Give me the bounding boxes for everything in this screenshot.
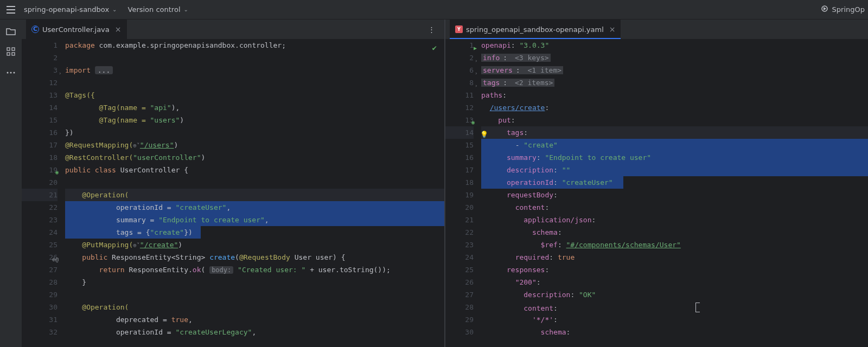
svg-rect-4 bbox=[7, 48, 10, 50]
run-config-name: SpringOp bbox=[832, 5, 865, 14]
svg-point-8 bbox=[7, 72, 9, 74]
svg-rect-7 bbox=[12, 53, 15, 55]
vcs-label: Version control bbox=[128, 5, 181, 14]
main-menu-icon[interactable] bbox=[3, 6, 18, 14]
tab-overflow-menu[interactable]: ⋮ bbox=[424, 25, 440, 34]
gutter-left: 1 2 3› 12 13 14 15 16 17 18 19◉ 20 21 22… bbox=[22, 39, 65, 347]
code-editor-right[interactable]: 1▶ 2› 6› 8› 11 12 13◉ 14 15 16 17 18 19 … bbox=[445, 39, 868, 347]
tab-openapi-yaml[interactable]: Y spring_openapi_sandbox-openapi.yaml × bbox=[450, 20, 621, 39]
fold-icon[interactable]: › bbox=[475, 80, 477, 92]
more-tool-icon[interactable] bbox=[7, 67, 15, 75]
code-editor-left[interactable]: ✔ 1 2 3› 12 13 14 15 16 17 18 19◉ 20 21 … bbox=[22, 39, 444, 347]
run-config-icon bbox=[820, 4, 829, 15]
svg-rect-5 bbox=[12, 48, 15, 50]
chevron-down-icon: ⌄ bbox=[184, 7, 188, 12]
java-class-icon: C bbox=[31, 25, 39, 33]
text-cursor bbox=[695, 303, 700, 312]
tab-usercontroller[interactable]: C UserController.java × bbox=[26, 20, 127, 39]
fold-icon[interactable]: › bbox=[475, 67, 477, 80]
left-toolbar bbox=[0, 20, 22, 347]
svg-rect-6 bbox=[7, 53, 10, 55]
chevron-down-icon: ⌄ bbox=[112, 7, 117, 12]
svg-rect-1 bbox=[7, 9, 15, 10]
project-tool-icon[interactable] bbox=[6, 27, 16, 37]
editor-pane-right: Y spring_openapi_sandbox-openapi.yaml × … bbox=[445, 20, 868, 347]
svg-point-9 bbox=[10, 72, 12, 74]
editor-tabs-left: C UserController.java × ⋮ bbox=[22, 20, 444, 39]
svg-rect-2 bbox=[7, 12, 15, 14]
tab-label: UserController.java bbox=[42, 25, 110, 34]
fold-icon[interactable]: › bbox=[59, 67, 61, 80]
gutter-right: 1▶ 2› 6› 8› 11 12 13◉ 14 15 16 17 18 19 … bbox=[445, 39, 481, 347]
yaml-file-icon: Y bbox=[455, 25, 463, 33]
editor-tabs-right: Y spring_openapi_sandbox-openapi.yaml × bbox=[445, 20, 868, 39]
vcs-menu[interactable]: Version control ⌄ bbox=[123, 5, 194, 14]
tab-label: spring_openapi_sandbox-openapi.yaml bbox=[466, 25, 604, 34]
close-icon[interactable]: × bbox=[609, 25, 616, 34]
top-toolbar: spring-openapi-sandbox ⌄ Version control… bbox=[0, 0, 868, 20]
structure-tool-icon[interactable] bbox=[7, 47, 15, 57]
project-name: spring-openapi-sandbox bbox=[24, 5, 109, 14]
close-icon[interactable]: × bbox=[115, 25, 122, 34]
svg-point-10 bbox=[14, 72, 15, 74]
svg-rect-0 bbox=[7, 6, 15, 7]
run-config-selector[interactable]: SpringOp bbox=[820, 4, 865, 15]
project-selector[interactable]: spring-openapi-sandbox ⌄ bbox=[18, 5, 123, 14]
fold-icon[interactable]: › bbox=[475, 55, 477, 67]
editor-pane-left: C UserController.java × ⋮ ✔ 1 2 3› 12 13… bbox=[22, 20, 445, 347]
run-gutter-icon[interactable]: ▶ bbox=[474, 42, 477, 54]
